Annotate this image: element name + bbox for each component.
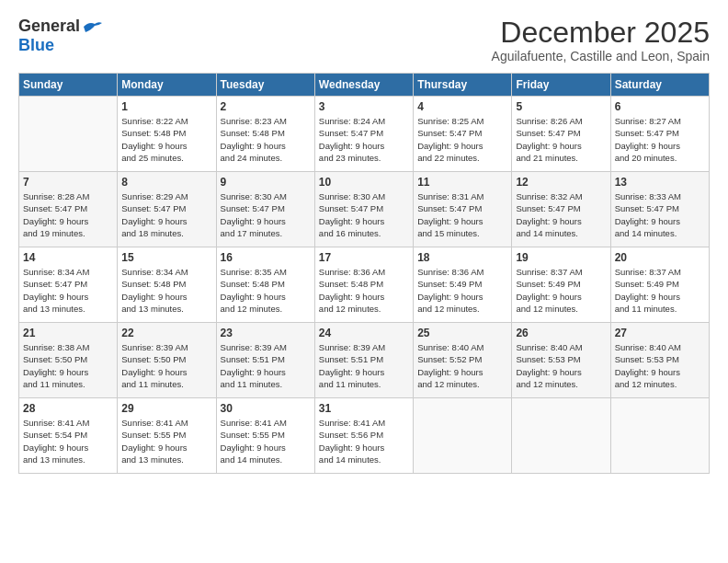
- calendar-cell: 5Sunrise: 8:26 AM Sunset: 5:47 PM Daylig…: [512, 97, 610, 172]
- day-info: Sunrise: 8:32 AM Sunset: 5:47 PM Dayligh…: [516, 190, 606, 239]
- weekday-header-friday: Friday: [512, 74, 610, 97]
- weekday-header-row: SundayMondayTuesdayWednesdayThursdayFrid…: [19, 74, 710, 97]
- day-info: Sunrise: 8:41 AM Sunset: 5:55 PM Dayligh…: [221, 417, 311, 465]
- calendar-cell: 14Sunrise: 8:34 AM Sunset: 5:47 PM Dayli…: [19, 247, 118, 323]
- calendar-cell: 26Sunrise: 8:40 AM Sunset: 5:53 PM Dayli…: [512, 323, 610, 398]
- calendar-cell: 27Sunrise: 8:40 AM Sunset: 5:53 PM Dayli…: [610, 323, 709, 398]
- day-number: 12: [516, 176, 606, 189]
- calendar-cell: 16Sunrise: 8:35 AM Sunset: 5:48 PM Dayli…: [216, 247, 314, 323]
- location-subtitle: Aguilafuente, Castille and Leon, Spain: [492, 49, 710, 63]
- day-info: Sunrise: 8:41 AM Sunset: 5:55 PM Dayligh…: [121, 417, 211, 465]
- calendar-cell: 7Sunrise: 8:28 AM Sunset: 5:47 PM Daylig…: [19, 172, 118, 247]
- calendar-cell: 4Sunrise: 8:25 AM Sunset: 5:47 PM Daylig…: [414, 97, 512, 172]
- calendar-cell: 29Sunrise: 8:41 AM Sunset: 5:55 PM Dayli…: [118, 398, 216, 474]
- day-info: Sunrise: 8:37 AM Sunset: 5:49 PM Dayligh…: [516, 266, 606, 315]
- calendar-week-row: 14Sunrise: 8:34 AM Sunset: 5:47 PM Dayli…: [19, 247, 710, 323]
- calendar-cell: 19Sunrise: 8:37 AM Sunset: 5:49 PM Dayli…: [512, 247, 610, 323]
- day-number: 18: [417, 251, 507, 264]
- day-number: 13: [615, 176, 705, 189]
- logo-blue-text: Blue: [18, 36, 54, 55]
- day-info: Sunrise: 8:30 AM Sunset: 5:47 PM Dayligh…: [319, 190, 409, 239]
- day-info: Sunrise: 8:27 AM Sunset: 5:47 PM Dayligh…: [615, 115, 705, 164]
- calendar-cell: 31Sunrise: 8:41 AM Sunset: 5:56 PM Dayli…: [314, 398, 413, 474]
- header: General Blue December 2025 Aguilafuente,…: [18, 17, 710, 63]
- logo-bird-icon: [82, 19, 102, 34]
- day-info: Sunrise: 8:34 AM Sunset: 5:47 PM Dayligh…: [23, 266, 113, 315]
- day-info: Sunrise: 8:24 AM Sunset: 5:47 PM Dayligh…: [319, 115, 409, 164]
- day-info: Sunrise: 8:39 AM Sunset: 5:50 PM Dayligh…: [121, 341, 211, 390]
- calendar-table: SundayMondayTuesdayWednesdayThursdayFrid…: [18, 73, 710, 474]
- calendar-cell: 25Sunrise: 8:40 AM Sunset: 5:52 PM Dayli…: [414, 323, 512, 398]
- day-number: 8: [121, 176, 211, 189]
- weekday-header-monday: Monday: [118, 74, 216, 97]
- calendar-week-row: 1Sunrise: 8:22 AM Sunset: 5:48 PM Daylig…: [19, 97, 710, 172]
- calendar-cell: 30Sunrise: 8:41 AM Sunset: 5:55 PM Dayli…: [216, 398, 314, 474]
- day-info: Sunrise: 8:41 AM Sunset: 5:54 PM Dayligh…: [23, 417, 113, 465]
- day-number: 5: [516, 100, 606, 113]
- calendar-cell: 13Sunrise: 8:33 AM Sunset: 5:47 PM Dayli…: [610, 172, 709, 247]
- weekday-header-wednesday: Wednesday: [314, 74, 413, 97]
- day-info: Sunrise: 8:23 AM Sunset: 5:48 PM Dayligh…: [221, 115, 311, 164]
- calendar-cell: [610, 398, 709, 474]
- day-number: 29: [121, 402, 211, 415]
- day-info: Sunrise: 8:22 AM Sunset: 5:48 PM Dayligh…: [121, 115, 211, 164]
- weekday-header-thursday: Thursday: [414, 74, 512, 97]
- calendar-week-row: 28Sunrise: 8:41 AM Sunset: 5:54 PM Dayli…: [19, 398, 710, 474]
- calendar-cell: 9Sunrise: 8:30 AM Sunset: 5:47 PM Daylig…: [216, 172, 314, 247]
- calendar-cell: 18Sunrise: 8:36 AM Sunset: 5:49 PM Dayli…: [414, 247, 512, 323]
- day-number: 2: [221, 100, 311, 113]
- day-info: Sunrise: 8:37 AM Sunset: 5:49 PM Dayligh…: [615, 266, 705, 315]
- day-number: 25: [417, 327, 507, 339]
- day-number: 6: [615, 100, 705, 113]
- title-block: December 2025 Aguilafuente, Castille and…: [492, 17, 710, 63]
- day-info: Sunrise: 8:39 AM Sunset: 5:51 PM Dayligh…: [319, 341, 409, 390]
- day-number: 20: [615, 251, 705, 264]
- day-number: 4: [417, 100, 507, 113]
- page: General Blue December 2025 Aguilafuente,…: [0, 0, 728, 563]
- day-number: 14: [23, 251, 113, 264]
- day-number: 3: [319, 100, 409, 113]
- day-info: Sunrise: 8:25 AM Sunset: 5:47 PM Dayligh…: [417, 115, 507, 164]
- calendar-cell: 17Sunrise: 8:36 AM Sunset: 5:48 PM Dayli…: [314, 247, 413, 323]
- calendar-cell: 15Sunrise: 8:34 AM Sunset: 5:48 PM Dayli…: [118, 247, 216, 323]
- day-number: 19: [516, 251, 606, 264]
- day-info: Sunrise: 8:33 AM Sunset: 5:47 PM Dayligh…: [615, 190, 705, 239]
- day-info: Sunrise: 8:34 AM Sunset: 5:48 PM Dayligh…: [121, 266, 211, 315]
- calendar-cell: 20Sunrise: 8:37 AM Sunset: 5:49 PM Dayli…: [610, 247, 709, 323]
- calendar-cell: 11Sunrise: 8:31 AM Sunset: 5:47 PM Dayli…: [414, 172, 512, 247]
- day-number: 15: [121, 251, 211, 264]
- calendar-cell: 3Sunrise: 8:24 AM Sunset: 5:47 PM Daylig…: [314, 97, 413, 172]
- day-info: Sunrise: 8:29 AM Sunset: 5:47 PM Dayligh…: [121, 190, 211, 239]
- day-number: 31: [319, 402, 409, 415]
- day-number: 23: [221, 327, 311, 339]
- calendar-week-row: 21Sunrise: 8:38 AM Sunset: 5:50 PM Dayli…: [19, 323, 710, 398]
- day-number: 21: [23, 327, 113, 339]
- calendar-cell: [19, 97, 118, 172]
- calendar-cell: 22Sunrise: 8:39 AM Sunset: 5:50 PM Dayli…: [118, 323, 216, 398]
- calendar-cell: [512, 398, 610, 474]
- day-number: 16: [221, 251, 311, 264]
- day-number: 1: [121, 100, 211, 113]
- calendar-cell: 23Sunrise: 8:39 AM Sunset: 5:51 PM Dayli…: [216, 323, 314, 398]
- day-number: 28: [23, 402, 113, 415]
- day-info: Sunrise: 8:26 AM Sunset: 5:47 PM Dayligh…: [516, 115, 606, 164]
- calendar-cell: 24Sunrise: 8:39 AM Sunset: 5:51 PM Dayli…: [314, 323, 413, 398]
- calendar-cell: 28Sunrise: 8:41 AM Sunset: 5:54 PM Dayli…: [19, 398, 118, 474]
- day-info: Sunrise: 8:31 AM Sunset: 5:47 PM Dayligh…: [417, 190, 507, 239]
- day-number: 10: [319, 176, 409, 189]
- day-info: Sunrise: 8:41 AM Sunset: 5:56 PM Dayligh…: [319, 417, 409, 465]
- day-info: Sunrise: 8:40 AM Sunset: 5:53 PM Dayligh…: [516, 341, 606, 390]
- calendar-cell: 1Sunrise: 8:22 AM Sunset: 5:48 PM Daylig…: [118, 97, 216, 172]
- day-info: Sunrise: 8:30 AM Sunset: 5:47 PM Dayligh…: [221, 190, 311, 239]
- day-number: 9: [221, 176, 311, 189]
- day-info: Sunrise: 8:35 AM Sunset: 5:48 PM Dayligh…: [221, 266, 311, 315]
- weekday-header-tuesday: Tuesday: [216, 74, 314, 97]
- day-info: Sunrise: 8:36 AM Sunset: 5:48 PM Dayligh…: [319, 266, 409, 315]
- day-info: Sunrise: 8:36 AM Sunset: 5:49 PM Dayligh…: [417, 266, 507, 315]
- calendar-week-row: 7Sunrise: 8:28 AM Sunset: 5:47 PM Daylig…: [19, 172, 710, 247]
- calendar-cell: [414, 398, 512, 474]
- calendar-cell: 12Sunrise: 8:32 AM Sunset: 5:47 PM Dayli…: [512, 172, 610, 247]
- day-number: 30: [221, 402, 311, 415]
- day-number: 27: [615, 327, 705, 339]
- day-info: Sunrise: 8:38 AM Sunset: 5:50 PM Dayligh…: [23, 341, 113, 390]
